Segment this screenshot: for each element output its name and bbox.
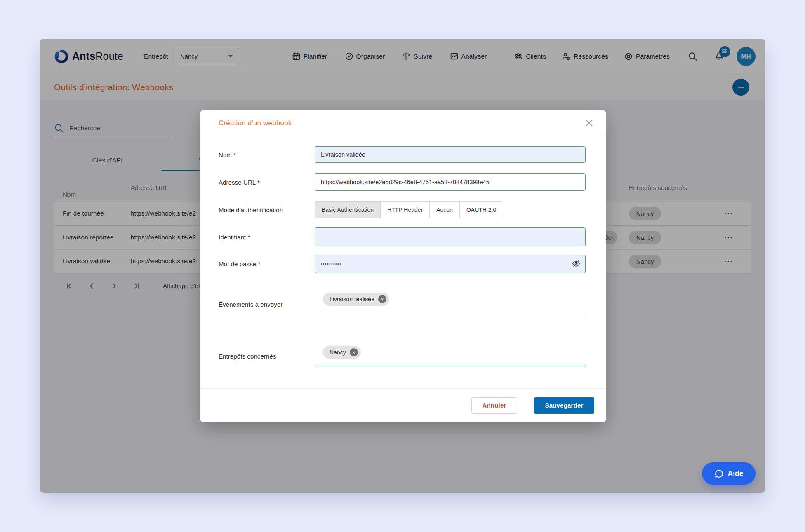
url-input[interactable] [315, 173, 586, 191]
remove-chip-icon[interactable]: ✕ [378, 295, 386, 303]
password-masked-value: •••••••••• [321, 262, 341, 266]
modal-header: Création d'un webhook [200, 110, 606, 136]
nom-input[interactable] [315, 146, 586, 163]
event-chip: Livraison réalisée ✕ [323, 293, 389, 306]
identifiant-input[interactable] [315, 227, 586, 246]
password-field: •••••••••• [315, 255, 586, 273]
auth-option-oauth[interactable]: OAUTH 2.0 [459, 201, 503, 218]
field-row-identifiant: Identifiant * [219, 227, 586, 246]
toggle-password-visibility-button[interactable] [572, 259, 581, 268]
remove-chip-icon[interactable]: ✕ [350, 348, 358, 356]
help-button[interactable]: Aide [702, 462, 756, 485]
field-row-password: Mot de passe * •••••••••• [219, 255, 586, 273]
field-row-warehouses: Entrepôts concernés Nancy ✕ [219, 346, 586, 366]
close-icon [585, 119, 593, 127]
auth-option-basic[interactable]: Basic Authentication [315, 201, 381, 218]
password-input[interactable]: •••••••••• [315, 255, 586, 273]
modal-title: Création d'un webhook [219, 119, 292, 127]
warehouses-label: Entrepôts concernés [219, 353, 315, 360]
auth-label: Mode d'authentification [219, 206, 315, 213]
events-field[interactable]: Livraison réalisée ✕ [315, 293, 586, 316]
warehouse-chip: Nancy ✕ [323, 346, 361, 359]
close-button[interactable] [585, 119, 593, 127]
field-row-url: Adresse URL * [219, 173, 586, 191]
field-row-auth: Mode d'authentification Basic Authentica… [219, 201, 586, 218]
chat-bubble-icon [714, 469, 724, 478]
warehouses-field[interactable]: Nancy ✕ [315, 346, 586, 366]
auth-option-aucun[interactable]: Aucun [429, 201, 460, 218]
url-label: Adresse URL * [219, 179, 315, 186]
desktop-background: AntsRoute Entrepôt Nancy Planifier [0, 0, 805, 532]
nom-label: Nom * [219, 151, 315, 158]
cancel-button[interactable]: Annuler [471, 397, 517, 414]
modal-footer: Annuler Sauvegarder [200, 388, 606, 422]
field-row-events: Événements à envoyer Livraison réalisée … [219, 293, 586, 316]
eye-off-icon [572, 259, 581, 268]
auth-option-http-header[interactable]: HTTP Header [380, 201, 430, 218]
field-row-nom: Nom * [219, 146, 586, 163]
create-webhook-modal: Création d'un webhook Nom * Adresse URL … [200, 110, 606, 422]
modal-body: Nom * Adresse URL * Mode d'authentificat… [200, 136, 606, 388]
help-button-label: Aide [728, 469, 744, 478]
identifiant-label: Identifiant * [219, 234, 315, 241]
save-button[interactable]: Sauvegarder [534, 397, 594, 414]
auth-mode-group: Basic Authentication HTTP Header Aucun O… [315, 201, 503, 218]
events-label: Événements à envoyer [219, 301, 315, 308]
password-label: Mot de passe * [219, 260, 315, 267]
